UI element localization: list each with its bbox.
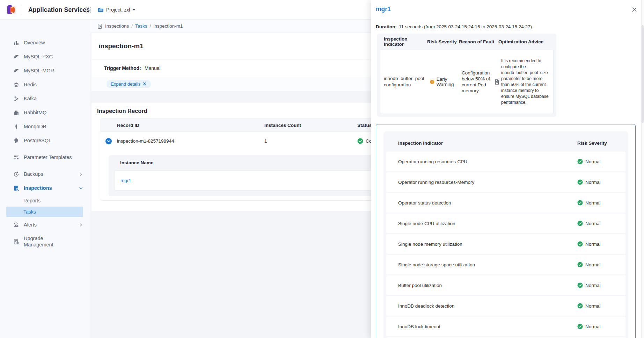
duration-line: Duration:11 seconds (from 2025-03-24 15:… [376,24,532,29]
sidebar-item-upgrade-management[interactable]: Upgrade Management [0,232,90,251]
check-circle-icon [577,241,583,247]
table-row: Operator running resources-Memory Normal [386,172,625,192]
indicator-name: InnoDB deadlock detection [386,303,574,309]
layers-icon [13,82,19,88]
sidebar-item-postgresql[interactable]: PostgreSQL [0,134,90,148]
indicator-severity: Normal [574,262,625,267]
indicator-name: InnoDB lock timeout [386,324,574,329]
collapse-row-icon[interactable] [105,138,112,144]
table-row: Operator running resources-CPU Normal [386,152,625,171]
chevron-right-icon [79,223,83,227]
instance-detail-drawer: mgr1 Duration:11 seconds (from 2025-03-2… [371,0,644,338]
indicator-name: Single node memory utilization [386,242,574,247]
indicator-severity: Normal [574,179,625,185]
col-reason-of-fault: Reason of Fault [459,39,498,44]
check-circle-icon [577,200,583,206]
fault-severity: Early Warning [430,77,462,87]
table-row: Single node memory utilization Normal [386,234,625,254]
upgrade-icon [13,239,19,245]
breadcrumb-separator: / [131,23,133,29]
view-report-icon[interactable] [494,79,500,85]
drawer-title: mgr1 [376,6,391,13]
sidebar-item-kafka[interactable]: Kafka [0,92,90,106]
indicator-severity: Normal [574,282,625,288]
fault-table: Inspection Indicator Risk Severity Reaso… [377,34,556,117]
sidebar-item-rabbitmq[interactable]: RabbitMQ [0,106,90,120]
drawer-scrollbar [641,0,644,338]
check-circle-icon [577,324,583,329]
table-row: Single node storage space utilization No… [386,255,625,274]
app-logo-icon [6,5,16,15]
check-circle-icon [577,221,583,226]
breadcrumb-tasks-link[interactable]: Tasks [135,23,147,29]
col-inspection-indicator: Inspection Indicator [386,141,574,146]
fault-row: innodb_buffer_pool configuration Early W… [380,50,554,114]
table-row: Operator status detection Normal [386,193,625,213]
sidebar-item-redis[interactable]: Redis [0,78,90,92]
close-icon[interactable] [632,7,637,12]
indicator-name: Operator status detection [386,200,574,206]
instance-link[interactable]: mgr1 [120,178,131,183]
sidebar-item-backups[interactable]: Backups [0,167,90,181]
fault-table-header: Inspection Indicator Risk Severity Reaso… [377,34,556,50]
parameter-templates-icon [13,154,19,160]
col-inspection-indicator: Inspection Indicator [381,36,427,47]
indicator-table-header: Inspection Indicator Risk Severity [386,134,625,152]
col-risk-severity: Risk Severity [574,141,625,146]
indicator-results-panel: Inspection Indicator Risk Severity Opera… [376,124,636,338]
scrollbar-thumb[interactable] [642,25,644,123]
sidebar-item-mongodb[interactable]: MongoDB [0,120,90,134]
kafka-icon [13,96,19,102]
breadcrumb-root: Inspections [105,23,129,29]
fault-advice: It is recommended to configure the innod… [501,58,551,106]
breadcrumb-current: inspection-m1 [153,23,183,29]
project-label: Project: zxl [106,7,130,13]
indicator-name: Operator running resources-Memory [386,180,574,185]
indicator-name: Single node CPU utilization [386,221,574,226]
header-divider [22,5,22,15]
fault-indicator: innodb_buffer_pool configuration [384,75,430,88]
table-row: Buffer pool utilization Normal [386,275,625,295]
table-row: Single node CPU utilization Normal [386,214,625,233]
dolphin-icon [13,68,19,74]
folder-icon [97,7,104,13]
backup-restore-icon [13,171,19,177]
table-row: InnoDB lock timeout Normal [386,317,625,336]
col-risk-severity: Risk Severity [427,39,459,44]
indicator-severity: Normal [574,200,625,206]
sidebar-item-mysql-pxc[interactable]: MySQL-PXC [0,50,90,64]
indicator-name: Buffer pool utilization [386,283,574,288]
app-grid-icon[interactable] [85,7,92,13]
col-instances-count: Instances Count [264,123,357,128]
indicator-name: Single node storage space utilization [386,262,574,267]
app-title: Application Services [28,0,90,20]
page-title: inspection-m1 [98,42,144,50]
check-circle-icon [577,303,583,309]
indicator-severity: Normal [574,303,625,309]
sidebar-item-inspections[interactable]: Inspections [0,181,90,195]
check-circle-icon [577,179,583,185]
sidebar-item-mysql-mgr[interactable]: MySQL-MGR [0,64,90,78]
sidebar-item-overview[interactable]: Overview [0,36,90,50]
sidebar-subitem-tasks[interactable]: Tasks [6,207,83,217]
warning-circle-icon [430,79,434,85]
project-selector[interactable]: Project: zxl [97,0,136,20]
table-row: InnoDB deadlock detection Normal [386,296,625,316]
expand-details-button[interactable]: Expand details [107,80,151,88]
sidebar-nav: Overview MySQL-PXC MySQL-MGR Redis Kafka… [0,20,90,338]
trigger-method-value: Manual [145,65,161,71]
breadcrumb-separator: / [150,23,151,29]
record-id-value: inspection-m1-8257198944 [117,138,264,144]
check-circle-icon [577,262,583,267]
double-chevron-down-icon [142,82,147,86]
sidebar-item-parameter-templates[interactable]: Parameter Templates [0,148,90,167]
alarm-icon [13,222,19,228]
sidebar-subitem-reports[interactable]: Reports [0,195,90,206]
indicator-table: Inspection Indicator Risk Severity Opera… [383,131,628,338]
elephant-icon [13,138,19,144]
sidebar-item-alerts[interactable]: Alerts [0,218,90,232]
instances-count-value: 1 [264,138,357,144]
bar-chart-icon [13,40,19,46]
indicator-severity: Normal [574,241,625,247]
leaf-icon [13,124,19,130]
